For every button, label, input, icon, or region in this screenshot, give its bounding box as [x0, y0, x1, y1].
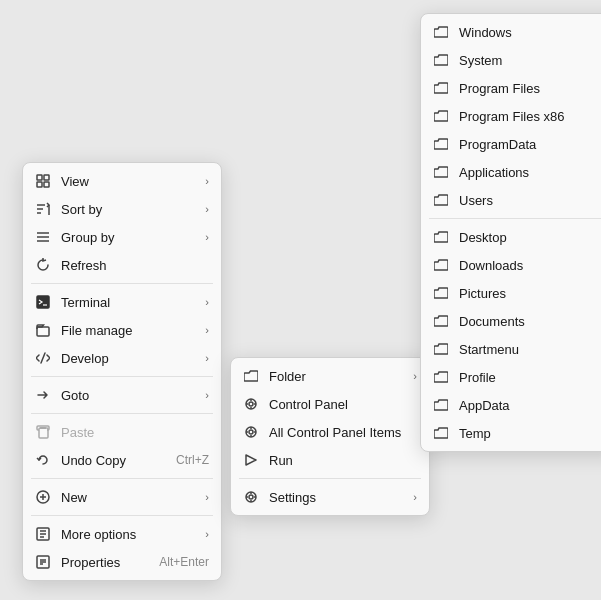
menu-item-view[interactable]: View › [23, 167, 221, 195]
menu-item-downloads[interactable]: Downloads [421, 251, 601, 279]
menu-item-refresh[interactable]: Refresh [23, 251, 221, 279]
terminal-icon [35, 294, 51, 310]
menu-item-folder-label: Folder [269, 369, 403, 384]
menu-item-profile[interactable]: Profile [421, 363, 601, 391]
menu-item-sortby-label: Sort by [61, 202, 195, 217]
svg-rect-13 [37, 327, 49, 336]
menu-item-startmenu-label: Startmenu [459, 342, 601, 357]
menu-item-users[interactable]: Users [421, 186, 601, 214]
run-icon [243, 452, 259, 468]
menu-item-windows-label: Windows [459, 25, 601, 40]
menu-item-refresh-label: Refresh [61, 258, 209, 273]
new-icon [35, 489, 51, 505]
menu-item-documents-label: Documents [459, 314, 601, 329]
menu-item-controlpanel[interactable]: Control Panel [231, 390, 429, 418]
menu-item-groupby[interactable]: Group by › [23, 223, 221, 251]
menu-item-goto-label: Goto [61, 388, 195, 403]
menu-item-appdata[interactable]: AppData [421, 391, 601, 419]
arrow-icon: › [413, 370, 417, 382]
menu-item-system-label: System [459, 53, 601, 68]
arrow-icon: › [413, 491, 417, 503]
menu-item-settings[interactable]: Settings › [231, 483, 429, 511]
menu-item-windows[interactable]: Windows [421, 18, 601, 46]
menu-item-folder[interactable]: Folder › [231, 362, 429, 390]
goto-icon [35, 387, 51, 403]
folder-temp-icon [433, 425, 449, 441]
menu-item-moreoptions[interactable]: More options › [23, 520, 221, 548]
arrow-icon: › [205, 389, 209, 401]
folder-documents-icon [433, 313, 449, 329]
separator-folder-1 [429, 218, 601, 219]
menu-item-desktop[interactable]: Desktop [421, 223, 601, 251]
menu-item-terminal[interactable]: Terminal › [23, 288, 221, 316]
menu-item-programdata[interactable]: ProgramData [421, 130, 601, 158]
menu-item-pictures[interactable]: Pictures [421, 279, 601, 307]
menu-item-new[interactable]: New › [23, 483, 221, 511]
menu-item-undocopy[interactable]: Undo Copy Ctrl+Z [23, 446, 221, 474]
menu-item-properties-label: Properties [61, 555, 129, 570]
menu-item-groupby-label: Group by [61, 230, 195, 245]
menu-item-system[interactable]: System [421, 46, 601, 74]
moreoptions-icon [35, 526, 51, 542]
menu-item-programdata-label: ProgramData [459, 137, 601, 152]
menu-item-properties[interactable]: Properties Alt+Enter [23, 548, 221, 576]
folder-applications-icon [433, 164, 449, 180]
svg-rect-15 [39, 428, 48, 438]
svg-point-35 [249, 430, 253, 434]
controlpanel-icon [243, 396, 259, 412]
svg-rect-16 [40, 427, 46, 429]
folder-pictures-icon [433, 285, 449, 301]
separator-2 [31, 376, 213, 377]
menu-item-users-label: Users [459, 193, 601, 208]
menu-item-run-label: Run [269, 453, 417, 468]
properties-shortcut: Alt+Enter [159, 555, 209, 569]
menu-item-temp[interactable]: Temp [421, 419, 601, 447]
menu-item-run[interactable]: Run [231, 446, 429, 474]
menu-item-applications[interactable]: Applications [421, 158, 601, 186]
folder-startmenu-icon [433, 341, 449, 357]
menu-item-develop-label: Develop [61, 351, 195, 366]
menu-item-moreoptions-label: More options [61, 527, 195, 542]
menu-item-view-label: View [61, 174, 195, 189]
folder-users-icon [433, 192, 449, 208]
menu-item-sortby[interactable]: Sort by › [23, 195, 221, 223]
svg-point-29 [249, 402, 253, 406]
menu-item-temp-label: Temp [459, 426, 601, 441]
menu-item-allcontrolpanel-label: All Control Panel Items [269, 425, 417, 440]
menu-item-programfilesx86[interactable]: Program Files x86 [421, 102, 601, 130]
menu-item-goto[interactable]: Goto › [23, 381, 221, 409]
menu-item-filemanage[interactable]: File manage › [23, 316, 221, 344]
menu-item-appdata-label: AppData [459, 398, 601, 413]
folder-appdata-icon [433, 397, 449, 413]
arrow-icon: › [205, 231, 209, 243]
menu-item-paste-label: Paste [61, 425, 209, 440]
svg-rect-0 [37, 175, 42, 180]
menu-item-profile-label: Profile [459, 370, 601, 385]
separator-5 [31, 515, 213, 516]
separator-1 [31, 283, 213, 284]
folder-programfilesx86-icon [433, 108, 449, 124]
main-context-menu: View › Sort by › Group by › Refresh Term… [22, 162, 222, 581]
settings-icon [243, 489, 259, 505]
separator-3 [31, 413, 213, 414]
svg-rect-3 [44, 182, 49, 187]
view-icon [35, 173, 51, 189]
menu-item-startmenu[interactable]: Startmenu [421, 335, 601, 363]
menu-item-filemanage-label: File manage [61, 323, 195, 338]
menu-item-allcontrolpanel[interactable]: All Control Panel Items [231, 418, 429, 446]
refresh-icon [35, 257, 51, 273]
menu-item-programfilesx86-label: Program Files x86 [459, 109, 601, 124]
arrow-icon: › [205, 175, 209, 187]
svg-rect-2 [37, 182, 42, 187]
menu-item-pictures-label: Pictures [459, 286, 601, 301]
menu-item-documents[interactable]: Documents [421, 307, 601, 335]
undocopy-shortcut: Ctrl+Z [176, 453, 209, 467]
folder-programdata-icon [433, 136, 449, 152]
arrow-icon: › [205, 528, 209, 540]
menu-item-programfiles[interactable]: Program Files [421, 74, 601, 102]
separator-goto-1 [239, 478, 421, 479]
allcontrolpanel-icon [243, 424, 259, 440]
svg-rect-1 [44, 175, 49, 180]
filemanage-icon [35, 322, 51, 338]
menu-item-develop[interactable]: Develop › [23, 344, 221, 372]
